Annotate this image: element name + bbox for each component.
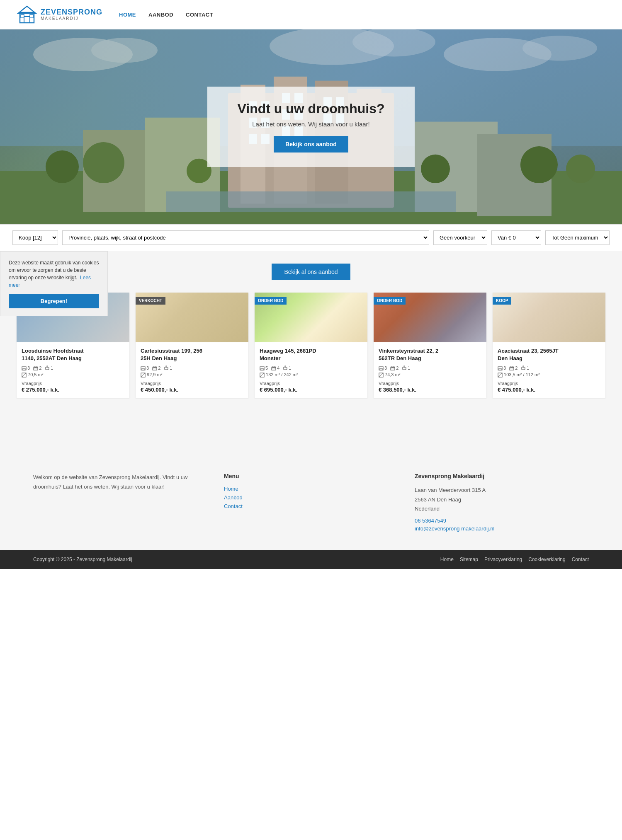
listing-rooms: 3 (379, 366, 387, 370)
listing-price: € 695.000,- k.k. (260, 387, 362, 393)
listing-bedrooms: 2 (152, 366, 160, 370)
footer-menu-aanbod[interactable]: Aanbod (224, 494, 398, 501)
listing-specs: 3 2 1 (498, 366, 600, 370)
rooms-icon (141, 366, 146, 370)
svg-rect-87 (523, 366, 524, 367)
bedrooms-icon (33, 366, 38, 370)
footer-description-area: Welkom op de website van Zevensprong Mak… (33, 473, 207, 533)
footer-bottom-privacy[interactable]: Privacyverklaring (484, 557, 522, 562)
listing-address: Acaciastraat 23, 2565JTDen Haag (498, 347, 600, 362)
bathrooms-icon (521, 366, 526, 370)
listing-size: 132 m² / 242 m² (260, 372, 362, 378)
footer-main: Welkom op de website van Zevensprong Mak… (0, 452, 622, 550)
logo[interactable]: ZEVENSPRONG MAKELAARDIJ (17, 4, 102, 25)
listing-body: Haagweg 145, 2681PDMonster 5 4 1 (255, 342, 367, 398)
footer-contact-email[interactable]: info@zevensprong makelaardij.nl (415, 525, 589, 532)
footer-copyright: Copyright © 2025 - Zevensprong Makelaard… (33, 557, 132, 562)
listing-price-label: Vraagprijs (498, 381, 600, 386)
footer-menu-contact[interactable]: Contact (224, 503, 398, 509)
main-nav: HOME AANBOD CONTACT (119, 12, 213, 18)
footer-menu-home[interactable]: Home (224, 486, 398, 492)
nav-contact[interactable]: CONTACT (186, 12, 213, 18)
footer-bottom-contact[interactable]: Contact (572, 557, 589, 562)
footer-bottom-sitemap[interactable]: Sitemap (460, 557, 478, 562)
listing-badge: KOOP (493, 297, 511, 305)
listing-body: Loosduinse Hoofdstraat1140, 2552AT Den H… (17, 342, 129, 398)
footer-menu-title: Menu (224, 473, 398, 479)
size-icon (379, 373, 384, 378)
listing-rooms: 3 (22, 366, 30, 370)
bedrooms-icon (509, 366, 514, 370)
svg-rect-77 (403, 367, 406, 370)
listing-specs: 3 2 1 (22, 366, 124, 370)
svg-line-62 (141, 373, 145, 377)
listing-address: Cartesiusstraat 199, 25625H Den Haag (141, 347, 243, 362)
listing-body: Acaciastraat 23, 2565JTDen Haag 3 2 1 (493, 342, 605, 398)
hero-title: Vindt u uw droomhuis? (232, 101, 390, 116)
search-bar: Koop [12] Provincie, plaats, wijk, straa… (0, 224, 622, 251)
svg-point-40 (83, 142, 124, 183)
site-header: ZEVENSPRONG MAKELAARDIJ HOME AANBOD CONT… (0, 0, 622, 29)
rooms-icon (22, 366, 27, 370)
search-price-from-dropdown[interactable]: Van € 0 (491, 230, 541, 245)
listing-card[interactable]: ONDER BOD Vinkensteynstraat 22, 2562TR D… (374, 293, 486, 398)
footer-bottom-cookie[interactable]: Cookieverklaring (528, 557, 565, 562)
logo-name: ZEVENSPRONG (41, 8, 102, 17)
listing-specs: 5 4 1 (260, 366, 362, 370)
listing-badge: VERKOCHT (136, 297, 165, 305)
footer-description: Welkom op de website van Zevensprong Mak… (33, 473, 207, 491)
footer-contact-title: Zevensprong Makelaardij (415, 473, 589, 479)
search-location-dropdown[interactable]: Provincie, plaats, wijk, straat of postc… (62, 230, 429, 245)
size-icon (260, 373, 265, 378)
listing-bathrooms: 1 (164, 366, 172, 370)
rooms-icon (260, 366, 265, 370)
search-property-type-dropdown[interactable]: Geen voorkeur (433, 230, 487, 245)
listing-bathrooms: 1 (402, 366, 410, 370)
listing-bathrooms: 1 (283, 366, 291, 370)
cookie-accept-button[interactable]: Begrepen! (9, 294, 99, 308)
listing-card[interactable]: ONDER BOD Haagweg 145, 2681PDMonster 5 4 (255, 293, 367, 398)
listing-card[interactable]: KOOP Acaciastraat 23, 2565JTDen Haag 3 2 (493, 293, 605, 398)
listing-size: 70,5 m² (22, 372, 124, 378)
listing-size: 103,5 m² / 112 m² (498, 372, 600, 378)
svg-rect-68 (284, 367, 287, 370)
hero-section: Vindt u uw droomhuis? Laat het ons weten… (0, 29, 622, 224)
footer-menu: Menu Home Aanbod Contact (224, 473, 398, 533)
svg-line-53 (22, 373, 26, 377)
listing-size: 92,9 m² (141, 372, 243, 378)
bathrooms-icon (283, 366, 288, 370)
bathrooms-icon (45, 366, 50, 370)
svg-rect-86 (522, 367, 525, 370)
listing-address: Vinkensteynstraat 22, 2562TR Den Haag (379, 347, 481, 362)
svg-rect-3 (21, 15, 24, 18)
listing-bedrooms: 2 (33, 366, 41, 370)
footer-bottom-home[interactable]: Home (440, 557, 454, 562)
footer-bottom-links: Home Sitemap Privacyverklaring Cookiever… (440, 557, 589, 562)
hero-cta-button[interactable]: Bekijk ons aanbod (274, 136, 348, 153)
listing-badge: ONDER BOD (255, 297, 287, 305)
listing-body: Vinkensteynstraat 22, 2562TR Den Haag 3 … (374, 342, 486, 398)
listing-size: 74,3 m² (379, 372, 481, 378)
svg-rect-4 (30, 15, 33, 18)
listing-bathrooms: 1 (45, 366, 53, 370)
logo-icon (17, 4, 37, 25)
svg-rect-38 (166, 191, 456, 212)
listing-bathrooms: 1 (521, 366, 529, 370)
view-all-button[interactable]: Bekijk al ons aanbod (272, 264, 350, 280)
listing-card[interactable]: VERKOCHT Cartesiusstraat 199, 25625H Den… (136, 293, 248, 398)
svg-rect-78 (404, 366, 405, 367)
listing-price: € 275.000,- k.k. (22, 387, 124, 393)
rooms-icon (498, 366, 503, 370)
footer-contact-phone[interactable]: 06 53647549 (415, 518, 589, 524)
svg-rect-60 (166, 366, 167, 367)
listing-price: € 475.000,- k.k. (498, 387, 600, 393)
bathrooms-icon (402, 366, 407, 370)
search-price-to-dropdown[interactable]: Tot Geen maximum (545, 230, 610, 245)
nav-home[interactable]: HOME (119, 12, 136, 18)
svg-point-39 (46, 150, 79, 183)
bathrooms-icon (164, 366, 169, 370)
nav-aanbod[interactable]: AANBOD (148, 12, 173, 18)
listing-address: Loosduinse Hoofdstraat1140, 2552AT Den H… (22, 347, 124, 362)
listing-price-label: Vraagprijs (141, 381, 243, 386)
search-type-dropdown[interactable]: Koop [12] (12, 230, 58, 245)
